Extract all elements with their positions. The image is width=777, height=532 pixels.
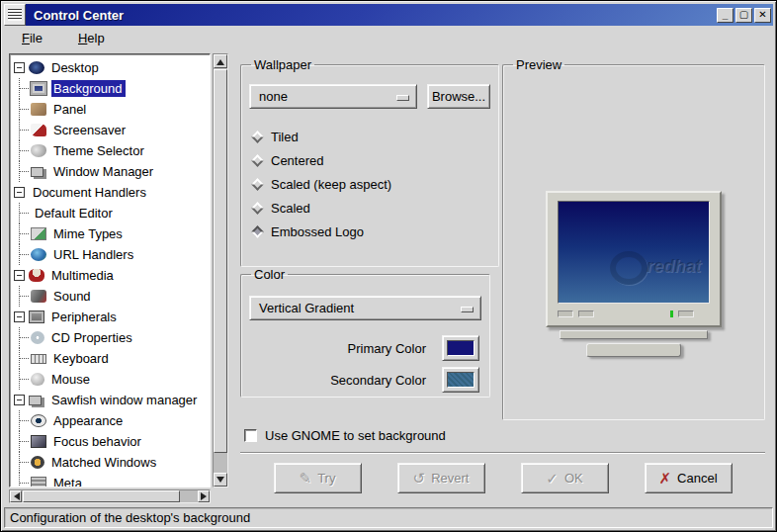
scroll-left-button[interactable] (10, 490, 22, 502)
tree-item-sawfish-window-manager[interactable]: Sawfish window manager (12, 390, 210, 410)
radio-diamond-icon (251, 178, 264, 191)
tree-connector (12, 161, 31, 182)
radio-label: Scaled (271, 201, 310, 216)
radio-tiled[interactable]: Tiled (251, 125, 490, 148)
tree-item-theme-selector[interactable]: Theme Selector (12, 140, 210, 161)
tree-expander-icon[interactable] (14, 395, 25, 405)
cd-icon (31, 331, 44, 344)
window-menu-button[interactable] (4, 4, 26, 26)
wallpaper-dropdown[interactable]: none (249, 84, 417, 109)
minimize-button[interactable]: _ (717, 8, 734, 23)
menu-help[interactable]: Help (74, 28, 109, 48)
arrow-right-icon (201, 492, 211, 500)
color-frame: Color Vertical Gradient Primary Color (240, 267, 490, 398)
scroll-down-button[interactable] (214, 473, 227, 487)
statusbar-text: Configuration of the desktop's backgroun… (10, 510, 250, 525)
tree-item-url-handlers[interactable]: URL Handlers (12, 244, 210, 265)
tree-item-label: Multimedia (49, 267, 118, 284)
background-capplet: Wallpaper none Browse... TiledCenteredSc… (235, 53, 773, 503)
tree-horizontal-scrollbar[interactable] (9, 489, 211, 503)
tree-item-label: Mouse (49, 371, 94, 388)
tree-item-label: Window Manager (51, 163, 157, 180)
tree-vertical-scrollbar[interactable] (213, 53, 228, 488)
radio-label: Tiled (271, 130, 299, 144)
titlebar-gradient[interactable]: Control Center _▢✕ (26, 4, 773, 26)
monitor-button-icon (558, 310, 573, 317)
tree-connector (12, 452, 31, 473)
tree-item-multimedia[interactable]: Multimedia (12, 265, 210, 286)
tree-item-mime-types[interactable]: Mime Types (12, 223, 210, 244)
menu-file[interactable]: File (18, 28, 46, 48)
tree-item-appearance[interactable]: Appearance (12, 410, 210, 431)
wallpaper-frame: Wallpaper none Browse... TiledCenteredSc… (240, 57, 499, 267)
tree-item-sound[interactable]: Sound (12, 286, 210, 307)
radio-scaled-keep-aspect-[interactable]: Scaled (keep aspect) (251, 172, 490, 196)
radio-embossed-logo[interactable]: Embossed Logo (251, 220, 490, 243)
try-label: Try (317, 471, 335, 486)
tree-item-peripherals[interactable]: Peripherals (12, 307, 210, 327)
monitor-base (586, 343, 681, 357)
browse-button[interactable]: Browse... (427, 84, 490, 109)
tree-expander-icon[interactable] (14, 187, 25, 198)
secondary-color-swatch (447, 372, 475, 388)
tree-item-label: Theme Selector (51, 142, 148, 159)
tree-item-document-handlers[interactable]: Document Handlers (12, 182, 210, 203)
tree-item-matched-windows[interactable]: Matched Windows (12, 452, 210, 473)
tree-item-screensaver[interactable]: Screensaver (12, 120, 210, 140)
monitor-button-icon (578, 310, 594, 317)
tree-connector (12, 327, 31, 348)
tree-item-background[interactable]: Background (12, 78, 210, 99)
tree-item-default-editor[interactable]: Default Editor (12, 203, 210, 223)
tree-item-meta[interactable]: Meta (12, 473, 210, 488)
tree-item-window-manager[interactable]: Window Manager (12, 161, 210, 182)
tree-item-label: Sound (51, 288, 95, 305)
browse-button-label: Browse... (432, 89, 485, 104)
gradient-dropdown[interactable]: Vertical Gradient (249, 296, 481, 320)
tree-item-keyboard[interactable]: Keyboard (12, 348, 210, 369)
tree-connector (12, 473, 31, 488)
mouse-icon (31, 373, 44, 386)
tree-expander-icon[interactable] (14, 270, 25, 281)
tree-expander-icon[interactable] (14, 62, 25, 73)
arrow-left-icon (10, 492, 20, 500)
close-button[interactable]: ✕ (754, 8, 771, 23)
radio-diamond-icon (251, 131, 264, 143)
horizontal-scroll-thumb[interactable] (23, 490, 180, 502)
radio-diamond-icon (251, 202, 264, 215)
focus-icon (31, 435, 46, 448)
tree-item-panel[interactable]: Panel (12, 99, 210, 120)
tree-item-mouse[interactable]: Mouse (12, 369, 210, 390)
redhat-logo-swirl-icon (610, 251, 648, 285)
use-gnome-checkbox[interactable] (244, 429, 257, 442)
scroll-up-button[interactable] (214, 54, 227, 68)
radio-label: Centered (271, 153, 323, 168)
tree-item-focus-behavior[interactable]: Focus behavior (12, 431, 210, 452)
close-icon: ✕ (758, 10, 766, 20)
monitor-button-icon (678, 310, 694, 317)
tree-expander-icon[interactable] (14, 311, 25, 322)
tree-item-desktop[interactable]: Desktop (12, 57, 210, 78)
tree-item-label: Sawfish window manager (49, 392, 201, 408)
statusbar: Configuration of the desktop's backgroun… (4, 507, 773, 528)
preview-legend: Preview (513, 57, 564, 72)
monitor-power-led (670, 310, 673, 317)
try-button: ✎Try (274, 463, 362, 493)
primary-color-button[interactable] (442, 335, 479, 361)
secondary-color-button[interactable] (442, 367, 479, 393)
monitor-controls (558, 308, 710, 319)
tree-item-label: Background (51, 80, 126, 97)
tree-item-cd-properties[interactable]: CD Properties (12, 327, 210, 348)
tree-item-label: Keyboard (51, 350, 113, 367)
maximize-button[interactable]: ▢ (735, 8, 752, 23)
vertical-scroll-thumb[interactable] (214, 69, 227, 453)
matched-icon (31, 456, 44, 469)
cancel-button[interactable]: ✗Cancel (645, 463, 733, 493)
scroll-right-button[interactable] (198, 490, 210, 502)
desktop-icon (29, 61, 44, 74)
tree-item-label: Peripherals (49, 309, 121, 325)
tree-connector (12, 286, 31, 307)
radio-scaled[interactable]: Scaled (251, 196, 490, 220)
tree-connector (12, 140, 31, 161)
wallpaper-legend: Wallpaper (251, 57, 314, 72)
radio-centered[interactable]: Centered (251, 148, 490, 172)
